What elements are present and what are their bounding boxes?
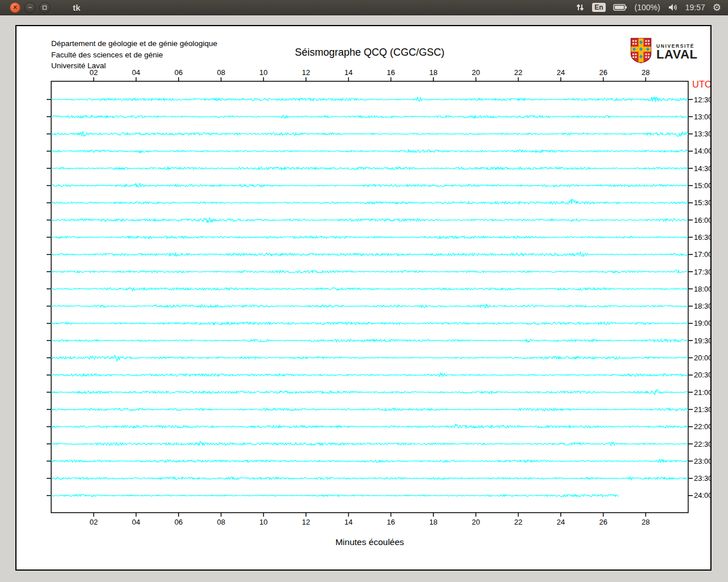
seismo-trace	[51, 339, 688, 343]
close-button[interactable]: ×	[10, 2, 20, 13]
maximize-button[interactable]	[39, 2, 50, 13]
utc-time-label: 23:00	[694, 457, 710, 465]
keyboard-layout-indicator[interactable]: En	[592, 3, 605, 12]
seismo-trace	[51, 424, 688, 428]
plot-frame	[51, 81, 688, 513]
x-tick-label-bottom: 02	[89, 518, 97, 526]
window-title: tk	[73, 3, 80, 13]
utc-time-label: 15:00	[694, 181, 710, 190]
x-tick-label-top: 24	[557, 68, 565, 77]
utc-time-label: 17:30	[694, 268, 710, 276]
battery-icon[interactable]	[613, 3, 627, 11]
seismo-trace	[51, 288, 688, 291]
x-tick-label-bottom: 18	[429, 518, 437, 526]
minimize-button[interactable]: −	[24, 2, 35, 13]
x-tick-label-top: 08	[217, 68, 225, 77]
seismo-trace	[51, 322, 688, 325]
x-axis-label: Minutes écoulées	[51, 537, 688, 547]
utc-time-label: 13:30	[694, 130, 710, 138]
utc-time-label: 21:00	[694, 388, 710, 397]
x-tick-label-bottom: 24	[557, 518, 565, 526]
utc-time-label: 20:30	[694, 371, 710, 379]
seismo-trace	[51, 115, 688, 118]
x-tick-label-top: 14	[344, 68, 352, 77]
network-sync-icon[interactable]	[576, 3, 585, 12]
seismo-trace	[51, 218, 688, 223]
seismo-trace	[51, 477, 688, 480]
x-tick-label-top: 06	[175, 68, 183, 77]
utc-time-label: 22:00	[694, 422, 710, 431]
x-tick-label-top: 02	[89, 68, 97, 77]
seismo-trace	[51, 494, 619, 497]
x-tick-label-bottom: 08	[217, 518, 225, 526]
x-tick-label-top: 04	[132, 68, 140, 77]
x-tick-label-top: 20	[471, 68, 479, 77]
utc-time-label: 19:30	[694, 336, 710, 345]
seismo-trace	[51, 270, 688, 273]
seismo-trace	[51, 459, 688, 463]
x-tick-label-bottom: 28	[642, 518, 650, 526]
x-tick-label-bottom: 04	[132, 518, 140, 526]
seismo-trace	[51, 132, 688, 137]
x-tick-label-bottom: 14	[344, 518, 352, 526]
x-tick-label-top: 26	[599, 68, 607, 77]
x-tick-label-top: 12	[302, 68, 310, 77]
titlebar: × − tk En (100%) 19:57 ⚙	[0, 0, 728, 15]
seismo-trace	[51, 236, 688, 239]
seismo-trace	[51, 199, 688, 204]
x-tick-label-bottom: 06	[175, 518, 183, 526]
seismo-trace	[51, 390, 688, 395]
clock[interactable]: 19:57	[685, 3, 705, 12]
system-tray: En (100%) 19:57 ⚙	[576, 2, 721, 14]
seismo-trace	[51, 167, 688, 170]
seismo-trace	[51, 441, 688, 446]
x-tick-label-top: 16	[387, 68, 395, 77]
utc-time-label: 15:30	[694, 198, 710, 207]
seismo-trace	[51, 373, 688, 376]
volume-icon[interactable]	[668, 3, 678, 11]
utc-time-label: 16:30	[694, 233, 710, 242]
utc-time-label: 18:30	[694, 302, 710, 310]
x-tick-label-bottom: 26	[599, 518, 607, 526]
utc-time-label: 24:00	[694, 491, 710, 500]
seismograph-chart-canvas: 0202040406060808101012121414161618182020…	[16, 26, 710, 569]
utc-time-label: 23:30	[694, 474, 710, 483]
utc-time-label: 21:30	[694, 405, 710, 414]
x-tick-label-top: 22	[514, 68, 522, 77]
battery-percent: (100%)	[635, 3, 660, 12]
utc-time-label: 22:30	[694, 440, 710, 448]
seismo-trace	[51, 150, 688, 153]
utc-time-label: 14:00	[694, 147, 710, 155]
x-tick-label-bottom: 10	[259, 518, 267, 526]
x-tick-label-bottom: 20	[471, 518, 479, 526]
x-tick-label-bottom: 22	[514, 518, 522, 526]
x-tick-label-top: 18	[429, 68, 437, 77]
seismo-trace	[51, 355, 688, 361]
session-gear-icon[interactable]: ⚙	[713, 2, 721, 14]
x-tick-label-bottom: 12	[302, 518, 310, 526]
utc-time-label: 20:00	[694, 354, 710, 362]
tk-window: Département de géologie et de génie géol…	[15, 25, 712, 571]
utc-time-label: 13:00	[694, 113, 710, 121]
seismo-trace	[51, 252, 688, 257]
seismo-trace	[51, 97, 688, 102]
utc-axis-label: UTC	[692, 79, 710, 89]
utc-time-label: 19:00	[694, 319, 710, 327]
seismo-trace	[51, 408, 688, 411]
seismo-trace	[51, 304, 688, 308]
utc-time-label: 17:00	[694, 250, 710, 259]
utc-time-label: 14:30	[694, 164, 710, 173]
x-tick-label-bottom: 16	[387, 518, 395, 526]
utc-time-label: 18:00	[694, 285, 710, 293]
utc-time-label: 12:30	[694, 95, 710, 104]
utc-time-label: 16:00	[694, 216, 710, 225]
x-tick-label-top: 28	[642, 68, 650, 77]
x-tick-label-top: 10	[259, 68, 267, 77]
window-controls: × −	[10, 2, 50, 13]
seismo-trace	[51, 184, 688, 188]
